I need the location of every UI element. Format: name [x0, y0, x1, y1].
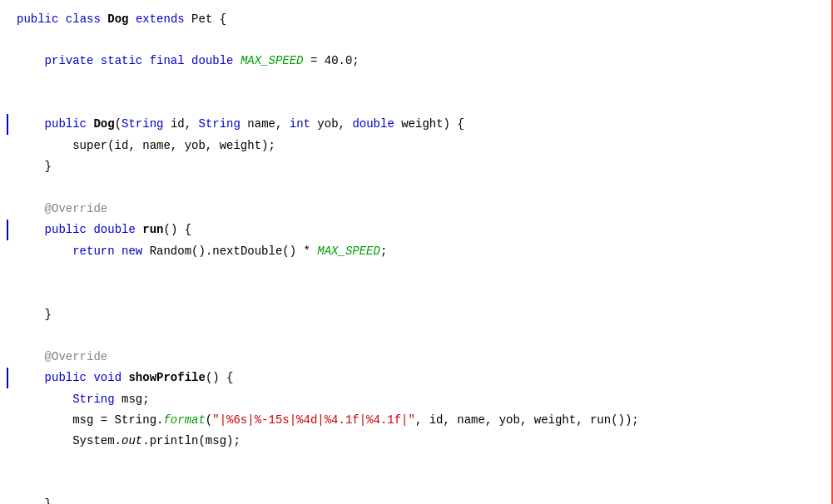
keyword-public-3: public	[45, 223, 87, 236]
code-line-11: public double run() {	[0, 220, 833, 240]
code-line-18: public void showProfile() {	[0, 368, 833, 388]
code-line-20: msg = String.format("|%6s|%-15s|%4d|%4.1…	[0, 409, 833, 430]
keyword-final: final	[150, 54, 185, 67]
code-line-23	[0, 473, 833, 494]
code-line-15: }	[0, 304, 833, 324]
keyword-void: void	[93, 371, 121, 384]
code-line-5	[0, 93, 833, 114]
keyword-int: int	[290, 117, 310, 131]
string-format-literal: "|%6s|%-15s|%4d|%4.1f|%4.1f|"	[212, 413, 415, 427]
keyword-new: new	[121, 245, 142, 258]
code-line-1: public class Dog extends Pet {	[0, 8, 833, 29]
constant-max-speed: MAX_SPEED	[240, 54, 304, 67]
keyword-string-3: String	[72, 393, 114, 406]
method-run: run	[142, 223, 163, 236]
code-line-17: @Override	[0, 346, 833, 367]
code-line-19: String msg;	[0, 388, 833, 409]
code-line-12: return new Random().nextDouble() * MAX_S…	[0, 240, 833, 261]
code-line-6: public Dog(String id, String name, int y…	[0, 114, 833, 135]
code-line-22	[0, 452, 833, 472]
keyword-double-3: double	[93, 223, 135, 236]
keyword-double: double	[191, 54, 233, 67]
code-line-3: private static final double MAX_SPEED = …	[0, 51, 833, 72]
code-line-10: @Override	[0, 199, 833, 220]
code-line-9	[0, 177, 833, 198]
code-line-4	[0, 72, 833, 92]
code-line-13	[0, 262, 833, 283]
constant-max-speed-2: MAX_SPEED	[317, 245, 380, 258]
keyword-string-1: String	[121, 117, 163, 131]
keyword-return: return	[72, 245, 114, 258]
method-showprofile: showProfile	[128, 371, 205, 384]
code-line-8: }	[0, 156, 833, 177]
annotation-override-2: @Override	[45, 350, 108, 363]
code-line-21: System.out.println(msg);	[0, 431, 833, 452]
class-name: Dog	[107, 12, 128, 26]
keyword-public-2: public	[45, 117, 87, 131]
keyword-double-2: double	[352, 117, 394, 131]
method-format: format	[163, 413, 205, 427]
code-line-14	[0, 283, 833, 304]
code-editor: public class Dog extends Pet { private s…	[0, 0, 833, 504]
keyword-extends: extends	[136, 12, 185, 26]
code-line-7: super(id, name, yob, weight);	[0, 135, 833, 156]
code-line-16	[0, 325, 833, 346]
code-line-2	[0, 29, 833, 50]
keyword-private: private	[45, 54, 94, 67]
keyword-public-4: public	[45, 371, 87, 384]
code-line-24: }	[0, 494, 833, 504]
keyword-string-2: String	[199, 117, 240, 131]
keyword-public: public	[17, 12, 58, 26]
annotation-override-1: @Override	[45, 202, 108, 215]
keyword-class: class	[66, 12, 101, 26]
system-out: out	[121, 434, 142, 447]
constructor-name: Dog	[93, 117, 114, 131]
keyword-static: static	[101, 54, 142, 67]
